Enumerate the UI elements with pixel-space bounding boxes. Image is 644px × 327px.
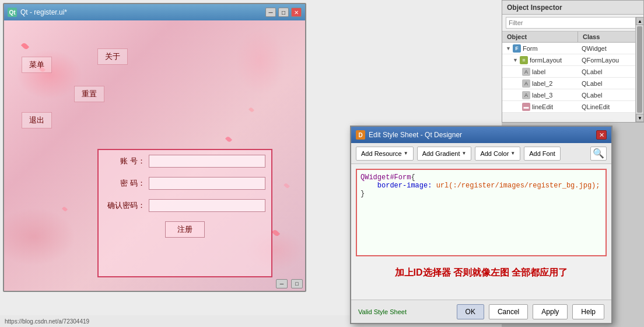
add-color-label: Add Color bbox=[480, 150, 509, 157]
help-button[interactable]: Help bbox=[572, 304, 604, 319]
oi-name-formlayout: ▼ ≡ formLayout bbox=[502, 56, 578, 64]
add-font-label: Add Font bbox=[529, 150, 555, 157]
layout-icon: ≡ bbox=[520, 56, 528, 64]
scroll-thumb[interactable] bbox=[637, 26, 642, 113]
oi-tree: ▼ F Form QWidget ▼ ≡ formLayout QFormLay… bbox=[502, 43, 643, 113]
search-icon-button[interactable]: 🔍 bbox=[590, 147, 607, 161]
formlayout-class: QFormLayou bbox=[578, 57, 643, 64]
oi-name-label2: A label_2 bbox=[502, 79, 578, 88]
cancel-button[interactable]: Cancel bbox=[489, 304, 528, 319]
label3-name: label_3 bbox=[532, 92, 552, 99]
dialog-titlebar: D Edit Style Sheet - Qt Designer ✕ bbox=[351, 127, 611, 143]
add-gradient-arrow: ▼ bbox=[461, 151, 466, 156]
object-inspector-panel: Object Inspector Object Class ▼ F Form Q… bbox=[502, 0, 644, 123]
oi-title: Object Inspector bbox=[507, 4, 562, 12]
confirm-label: 确认密码： bbox=[104, 200, 145, 211]
register-button[interactable]: 注册 bbox=[165, 221, 205, 238]
oi-row-label3[interactable]: A label_3 QLabel bbox=[502, 89, 643, 101]
reset-button[interactable]: 重置 bbox=[74, 86, 104, 102]
css-property: border-image: bbox=[377, 182, 432, 190]
oi-name-label: A label bbox=[502, 68, 578, 76]
add-resource-button[interactable]: Add Resource ▼ bbox=[356, 147, 414, 161]
password-label: 密 码： bbox=[104, 178, 145, 189]
dialog-message: 加上ID选择器 否则就像左图 全部都应用了 bbox=[351, 261, 611, 284]
add-gradient-button[interactable]: Add Gradient ▼ bbox=[417, 147, 472, 161]
form-icon: F bbox=[513, 44, 521, 53]
close-button[interactable]: ✕ bbox=[291, 8, 302, 17]
css-selector: QWidget#Form bbox=[360, 173, 411, 182]
formlayout-name: formLayout bbox=[530, 57, 562, 64]
register-titlebar: Qt Qt - register.ui* ─ □ ✕ bbox=[4, 4, 305, 20]
resize-handle: ─ □ bbox=[276, 279, 303, 288]
oi-row-formlayout[interactable]: ▼ ≡ formLayout QFormLayou bbox=[502, 54, 643, 66]
password-input[interactable] bbox=[149, 177, 265, 190]
scroll-up-arrow[interactable]: ▲ bbox=[636, 17, 644, 25]
password-row: 密 码： bbox=[99, 172, 271, 194]
expand-arrow-layout: ▼ bbox=[513, 57, 518, 63]
search-icon: 🔍 bbox=[593, 148, 604, 159]
login-form: 账 号： 密 码： 确认密码： 注册 bbox=[97, 149, 272, 277]
dialog-close-button[interactable]: ✕ bbox=[596, 130, 607, 140]
qt-icon: Qt bbox=[8, 8, 17, 17]
register-body: 菜单 关于 重置 退出 ─ □ 账 号： 密 码： 确认密码 bbox=[4, 20, 305, 291]
minimize-button[interactable]: ─ bbox=[265, 8, 276, 17]
add-color-button[interactable]: Add Color ▼ bbox=[475, 147, 520, 161]
dialog-toolbar: Add Resource ▼ Add Gradient ▼ Add Color … bbox=[351, 143, 611, 164]
oi-header-object: Object bbox=[502, 32, 578, 42]
oi-header: Object Class bbox=[502, 32, 643, 43]
form-class: QWidget bbox=[578, 45, 643, 52]
label3-class: QLabel bbox=[578, 92, 643, 99]
lineedit-name: lineEdit bbox=[532, 103, 553, 110]
maximize-button[interactable]: □ bbox=[278, 8, 289, 17]
oi-filter-area bbox=[502, 15, 643, 32]
menu-button[interactable]: 菜单 bbox=[22, 57, 52, 73]
oi-name-label3: A label_3 bbox=[502, 91, 578, 99]
register-title: Qt - register.ui* bbox=[20, 8, 265, 16]
css-editor[interactable]: QWidget#Form{ border-image: url(:/regist… bbox=[356, 169, 607, 256]
label-name: label bbox=[532, 68, 545, 75]
window-controls: ─ □ ✕ bbox=[265, 8, 302, 17]
add-resource-arrow: ▼ bbox=[404, 151, 408, 156]
scroll-down-arrow[interactable]: ▼ bbox=[636, 114, 644, 122]
add-gradient-label: Add Gradient bbox=[422, 150, 460, 157]
confirm-input[interactable] bbox=[149, 199, 265, 212]
oi-row-lineedit[interactable]: ▬ lineEdit QLineEdit bbox=[502, 101, 643, 113]
about-button[interactable]: 关于 bbox=[97, 48, 128, 65]
oi-scrollbar[interactable]: ▲ ▼ bbox=[635, 17, 643, 122]
url-text: https://blog.csdn.net/a/72304419 bbox=[5, 318, 89, 325]
css-brace-open: { bbox=[411, 173, 415, 182]
lineedit-class: QLineEdit bbox=[578, 103, 643, 110]
account-input[interactable] bbox=[149, 155, 265, 168]
add-resource-label: Add Resource bbox=[361, 150, 402, 157]
label2-icon: A bbox=[522, 79, 530, 88]
confirm-row: 确认密码： bbox=[99, 194, 271, 217]
register-window: Qt Qt - register.ui* ─ □ ✕ 菜单 关于 重置 退出 bbox=[3, 3, 306, 292]
oi-row-label2[interactable]: A label_2 QLabel bbox=[502, 78, 643, 89]
exit-button[interactable]: 退出 bbox=[22, 112, 52, 128]
oi-row-form[interactable]: ▼ F Form QWidget bbox=[502, 43, 643, 54]
apply-button[interactable]: Apply bbox=[533, 304, 568, 319]
resize-btn-1[interactable]: ─ bbox=[276, 279, 288, 288]
dialog-footer: Valid Style Sheet OK Cancel Apply Help bbox=[351, 300, 611, 323]
oi-titlebar: Object Inspector bbox=[502, 1, 643, 15]
ok-button[interactable]: OK bbox=[457, 304, 484, 319]
dialog-title: Edit Style Sheet - Qt Designer bbox=[369, 131, 596, 139]
oi-row-label[interactable]: A label QLabel bbox=[502, 66, 643, 78]
oi-filter-input[interactable] bbox=[506, 17, 640, 29]
add-font-button[interactable]: Add Font bbox=[524, 147, 561, 161]
css-brace-close: } bbox=[360, 190, 365, 198]
add-color-arrow: ▼ bbox=[510, 151, 515, 156]
lineedit-icon: ▬ bbox=[522, 103, 530, 111]
account-label: 账 号： bbox=[104, 156, 145, 166]
resize-btn-2[interactable]: □ bbox=[291, 279, 303, 288]
label3-icon: A bbox=[522, 91, 530, 99]
oi-name-form: ▼ F Form bbox=[502, 44, 578, 53]
valid-style-label: Valid Style Sheet bbox=[358, 308, 452, 315]
label2-name: label_2 bbox=[532, 80, 552, 87]
expand-arrow-form: ▼ bbox=[506, 46, 511, 51]
oi-header-class: Class bbox=[578, 32, 643, 42]
dialog-icon: D bbox=[356, 130, 365, 140]
style-sheet-dialog: D Edit Style Sheet - Qt Designer ✕ Add R… bbox=[350, 126, 612, 324]
account-row: 账 号： bbox=[99, 150, 271, 172]
oi-name-lineedit: ▬ lineEdit bbox=[502, 103, 578, 111]
